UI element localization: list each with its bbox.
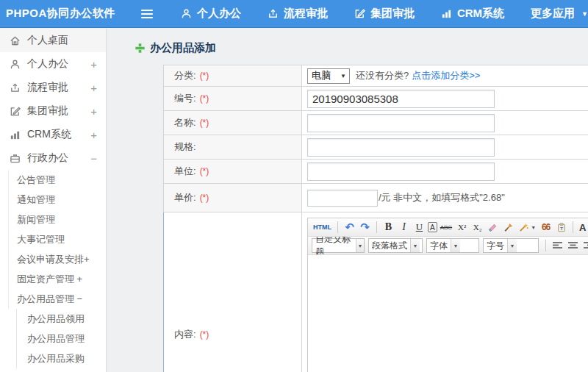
quick-format-wand-icon[interactable]: ▼ — [517, 220, 537, 235]
add-plus-icon — [135, 43, 145, 53]
name-label: 名称:(*) — [164, 111, 302, 135]
autotypeset-button[interactable]: A — [428, 222, 437, 232]
sidebar-item-workflow-approval[interactable]: 流程审批 + — [0, 76, 106, 99]
svg-text:T: T — [560, 226, 563, 231]
price-input[interactable] — [307, 190, 378, 207]
required-mark: (*) — [200, 193, 209, 203]
format-brush-icon[interactable] — [501, 220, 515, 235]
unit-input[interactable] — [307, 162, 495, 181]
code-input[interactable] — [307, 90, 495, 108]
blockquote-button[interactable]: 66 — [539, 220, 553, 235]
paragraph-format-select[interactable]: 段落格式▼ — [368, 238, 423, 253]
code-label: 编号:(*) — [164, 87, 302, 110]
nav-crm-system[interactable]: CRM系统 — [441, 7, 504, 21]
eraser-icon[interactable] — [486, 220, 500, 235]
category-hint: 还没有分类? — [356, 69, 409, 82]
flow-icon — [268, 8, 279, 19]
content-label: 内容:(*) — [164, 212, 302, 372]
sidebar-item-group-approval[interactable]: 集团审批 + — [0, 99, 106, 123]
hamburger-menu-icon[interactable] — [141, 10, 153, 18]
chart-icon — [441, 8, 452, 19]
form-row-category: 分类:(*) 电脑 ▼ 还没有分类? 点击添加分类>> — [163, 65, 588, 87]
undo-icon[interactable]: ↶ — [343, 220, 356, 235]
sidebar-subitem-announcement[interactable]: 公告管理 — [9, 170, 106, 190]
editor-toolbar-row2: 自定义标题▼ 段落格式▼ 字体▼ 字号▼ — [308, 237, 588, 255]
add-category-link[interactable]: 点击添加分类>> — [412, 69, 480, 82]
form-row-price: 单价:(*) /元 非中文，如填写格式"2.68" — [163, 184, 588, 212]
caret-down-icon: ▼ — [507, 239, 517, 252]
sidebar-subitem-news[interactable]: 新闻管理 — [9, 210, 106, 229]
font-size-select[interactable]: 字号▼ — [483, 238, 539, 253]
sidebar-item-crm-system[interactable]: CRM系统 + — [0, 123, 106, 146]
underline-button[interactable]: U — [412, 220, 426, 235]
chart-icon — [10, 129, 21, 140]
form-row-code: 编号:(*) — [163, 87, 588, 111]
sidebar-subitem-supplies-claim[interactable]: 办公用品领用 — [17, 309, 106, 329]
page-title: 办公用品添加 — [135, 41, 588, 55]
expand-plus-icon[interactable]: + — [90, 58, 97, 71]
expand-plus-icon[interactable]: + — [90, 105, 97, 118]
sidebar-subitem-fixed-assets[interactable]: 固定资产管理 + — [9, 269, 106, 289]
expand-plus-icon[interactable]: + — [90, 82, 97, 94]
redo-icon[interactable]: ↷ — [358, 220, 372, 235]
sidebar-item-personal-office[interactable]: 个人办公 + — [0, 52, 106, 76]
user-icon — [10, 59, 21, 70]
superscript-button[interactable]: X² — [455, 220, 469, 235]
editor-content-area[interactable] — [308, 255, 588, 372]
font-color-button[interactable]: A▼ — [578, 220, 588, 235]
italic-button[interactable]: I — [397, 220, 411, 235]
sidebar-subitem-meeting[interactable]: 会议申请及安排+ — [9, 249, 106, 269]
required-mark: (*) — [200, 329, 209, 340]
caret-down-icon: ▼ — [340, 73, 346, 79]
app-logo: PHPOA协同办公软件 — [0, 7, 131, 21]
nav-personal-office[interactable]: 个人办公 — [181, 7, 241, 21]
office-supplies-submenu: 办公用品领用 办公用品管理 办公用品采购 — [16, 309, 106, 368]
top-navigation: 个人办公 流程审批 集团审批 — [181, 7, 588, 21]
sidebar-subitem-supplies-manage[interactable]: 办公用品管理 — [17, 329, 106, 348]
html-source-button[interactable]: HTML — [312, 220, 333, 235]
admin-office-submenu: 公告管理 通知管理 新闻管理 大事记管理 会议申请及安排+ 固定资产管理 + 办… — [8, 170, 106, 309]
font-family-select[interactable]: 字体▼ — [426, 238, 479, 253]
bold-button[interactable]: B — [381, 220, 395, 235]
name-input[interactable] — [307, 114, 495, 132]
form-row-content: 内容:(*) HTML ↶ ↷ B I U — [163, 212, 588, 372]
nav-workflow-approval[interactable]: 流程审批 — [268, 7, 328, 21]
price-label: 单价:(*) — [164, 184, 302, 212]
custom-title-select[interactable]: 自定义标题▼ — [312, 238, 365, 253]
nav-more-apps[interactable]: 更多应用 ▼ — [531, 7, 588, 21]
collapse-minus-icon[interactable]: − — [90, 152, 97, 165]
required-mark: (*) — [200, 71, 209, 81]
flow-icon — [10, 82, 21, 93]
required-mark: (*) — [200, 118, 209, 128]
sidebar-subitem-events[interactable]: 大事记管理 — [9, 229, 106, 249]
required-mark: (*) — [200, 166, 209, 176]
nav-group-approval[interactable]: 集团审批 — [354, 7, 415, 21]
paste-text-icon[interactable]: T — [554, 220, 568, 235]
align-right-icon[interactable] — [581, 238, 588, 253]
editor-toolbar-row1: HTML ↶ ↷ B I U A ABC X² X₂ — [308, 218, 588, 237]
caret-down-icon: ▼ — [531, 225, 536, 230]
spec-input[interactable] — [307, 138, 495, 157]
sidebar-subitem-supplies-purchase[interactable]: 办公用品采购 — [17, 348, 106, 368]
category-select[interactable]: 电脑 ▼ — [307, 68, 350, 84]
sidebar-item-desktop[interactable]: 个人桌面 — [0, 29, 106, 52]
briefcase-icon — [10, 153, 21, 164]
subscript-button[interactable]: X₂ — [470, 220, 484, 235]
sidebar-subitem-notice[interactable]: 通知管理 — [9, 190, 106, 210]
caret-down-icon: ▼ — [451, 239, 460, 252]
caret-down-icon: ▼ — [581, 10, 588, 18]
form-row-unit: 单位:(*) — [163, 160, 588, 184]
strikethrough-button[interactable]: ABC — [439, 220, 453, 235]
align-left-icon[interactable] — [551, 238, 564, 253]
home-icon — [10, 35, 21, 46]
spec-label: 规格: — [164, 135, 302, 159]
align-center-icon[interactable] — [566, 238, 580, 253]
caret-down-icon: ▼ — [356, 239, 364, 252]
sidebar-subitem-office-supplies[interactable]: 办公用品管理 − — [9, 289, 106, 309]
app-window: PHPOA协同办公软件 个人办公 流程审批 — [0, 0, 588, 372]
expand-plus-icon[interactable]: + — [90, 129, 97, 141]
edit-icon — [10, 106, 21, 117]
main-content: 办公用品添加 分类:(*) 电脑 ▼ 还没有分类? 点击添加分类>> — [107, 29, 588, 372]
sidebar: 个人桌面 个人办公 + 流程审批 + 集团审批 + — [0, 29, 107, 372]
sidebar-item-admin-office[interactable]: 行政办公 − — [0, 146, 106, 170]
